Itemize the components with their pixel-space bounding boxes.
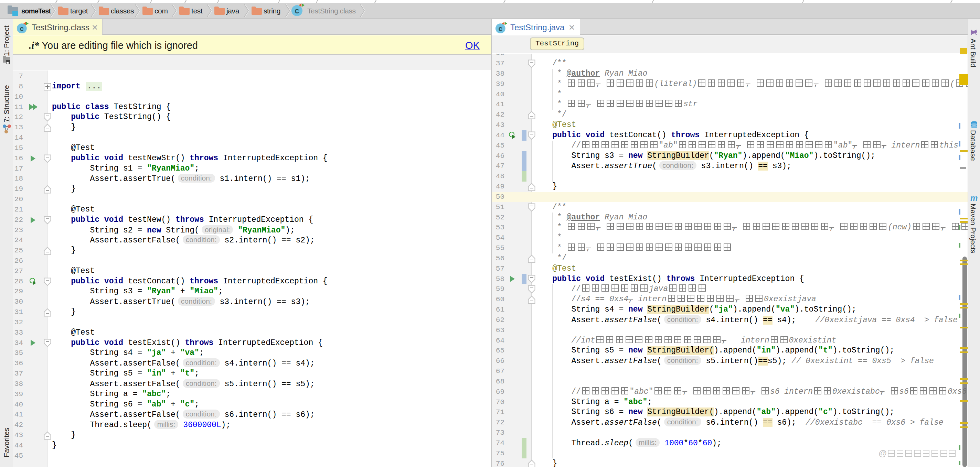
svg-text:c: c (295, 6, 299, 15)
svg-text:c: c (20, 24, 24, 32)
svg-text:c: c (499, 24, 503, 32)
